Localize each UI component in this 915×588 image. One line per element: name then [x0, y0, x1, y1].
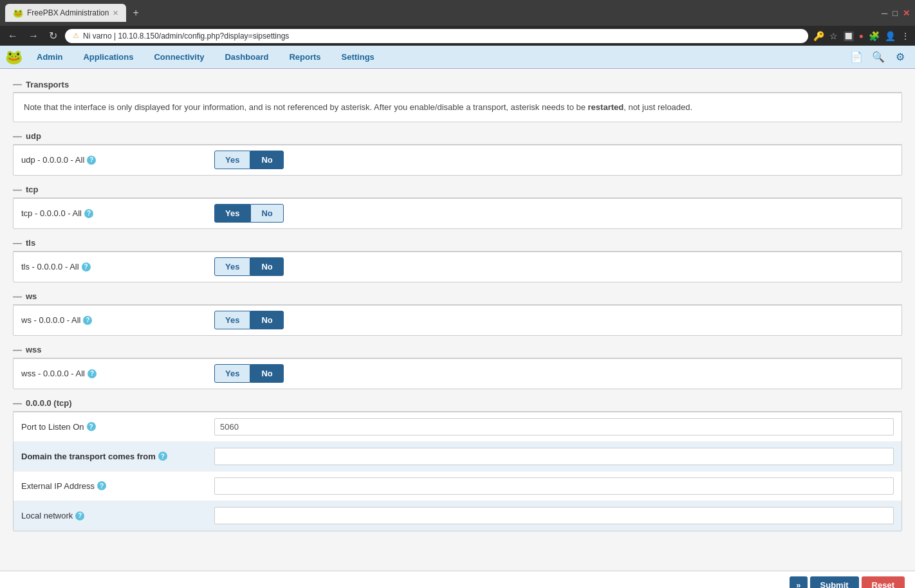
extension-icon-3[interactable]: 🧩	[869, 31, 880, 41]
maximize-icon[interactable]: □	[892, 8, 898, 18]
app-logo: 🐸	[5, 49, 23, 66]
tab-close-button[interactable]: ✕	[113, 9, 118, 17]
tab-favicon: 🐸	[13, 8, 23, 18]
browser-chrome: 🐸 FreePBX Administration ✕ + ─ □ ✕	[0, 0, 915, 26]
ws-field-row: ws - 0.0.0.0 - All ? Yes No	[14, 306, 901, 335]
tls-label: tls	[26, 238, 35, 248]
menu-icon[interactable]: ⋮	[901, 31, 910, 41]
subsection-collapse-dash[interactable]: —	[13, 398, 22, 409]
nav-connectivity[interactable]: Connectivity	[143, 46, 214, 69]
main-content: — Transports Note that the interface is …	[0, 69, 915, 571]
active-tab[interactable]: 🐸 FreePBX Administration ✕	[5, 4, 126, 22]
nav-settings-icon[interactable]: ⚙	[891, 48, 910, 67]
wss-field-label: wss - 0.0.0.0 - All ?	[21, 369, 214, 378]
ws-collapse-dash[interactable]: —	[13, 291, 22, 302]
external-ip-field-row: External IP Address ?	[14, 472, 901, 501]
ws-yes-button[interactable]: Yes	[214, 311, 250, 329]
footer-bar: » Submit Reset	[0, 571, 915, 588]
udp-no-button[interactable]: No	[250, 151, 283, 169]
local-network-input[interactable]	[214, 507, 894, 524]
key-icon[interactable]: 🔑	[813, 31, 824, 41]
udp-help-icon[interactable]: ?	[87, 156, 96, 165]
local-network-field-row: Local network ?	[14, 501, 901, 531]
udp-section-header: — udp	[13, 127, 902, 145]
wss-no-button[interactable]: No	[250, 364, 283, 383]
new-tab-button[interactable]: +	[129, 6, 142, 20]
udp-yes-button[interactable]: Yes	[214, 151, 250, 169]
wss-yes-button[interactable]: Yes	[214, 364, 250, 383]
tls-yes-button[interactable]: Yes	[214, 257, 250, 276]
external-ip-input[interactable]	[214, 477, 894, 495]
port-help-icon[interactable]: ?	[87, 422, 96, 431]
nav-dashboard[interactable]: Dashboard	[214, 46, 279, 69]
wss-collapse-dash[interactable]: —	[13, 345, 22, 355]
submit-button[interactable]: Submit	[810, 576, 859, 588]
transports-header: — Transports	[13, 75, 902, 93]
reload-button[interactable]: ↻	[46, 28, 60, 43]
tcp-config-box: Port to Listen On ? Domain the transport…	[13, 412, 902, 531]
tls-field-row: tls - 0.0.0.0 - All ? Yes No	[14, 252, 901, 282]
url-bar[interactable]: ⚠ Ni varno | 10.10.8.150/admin/config.ph…	[65, 29, 808, 43]
wss-label: wss	[26, 345, 42, 354]
ws-box: ws - 0.0.0.0 - All ? Yes No	[13, 305, 902, 336]
reset-button[interactable]: Reset	[862, 576, 905, 588]
info-text-1: Note that the interface is only displaye…	[24, 102, 588, 112]
domain-input[interactable]	[214, 448, 894, 465]
url-text: Ni varno | 10.10.8.150/admin/config.php?…	[83, 32, 289, 41]
info-text-2: , not just reloaded.	[624, 102, 692, 112]
ws-no-button[interactable]: No	[250, 311, 283, 329]
extension-icon-2[interactable]: ●	[859, 32, 864, 41]
udp-field-label: udp - 0.0.0.0 - All ?	[21, 155, 214, 165]
wss-toggle-group: Yes No	[214, 364, 284, 383]
ws-help-icon[interactable]: ?	[83, 316, 92, 325]
subsection-header: — 0.0.0.0 (tcp)	[13, 394, 902, 412]
port-label: Port to Listen On ?	[21, 422, 214, 432]
nav-search-icon[interactable]: 🔍	[869, 48, 888, 67]
port-field-row: Port to Listen On ?	[14, 412, 901, 442]
tcp-section-header: — tcp	[13, 181, 902, 198]
profile-icon[interactable]: 👤	[885, 31, 896, 41]
tab-bar: 🐸 FreePBX Administration ✕ +	[5, 4, 143, 22]
wss-field-row: wss - 0.0.0.0 - All ? Yes No	[14, 359, 901, 389]
info-bold: restarted	[588, 102, 624, 112]
tls-collapse-dash[interactable]: —	[13, 238, 22, 248]
external-ip-help-icon[interactable]: ?	[97, 481, 106, 490]
tcp-help-icon[interactable]: ?	[84, 209, 93, 218]
close-icon[interactable]: ✕	[903, 8, 910, 18]
udp-field-row: udp - 0.0.0.0 - All ? Yes No	[14, 145, 901, 175]
tcp-yes-button[interactable]: Yes	[214, 204, 250, 223]
tls-field-label: tls - 0.0.0.0 - All ?	[21, 262, 214, 271]
tcp-collapse-dash[interactable]: —	[13, 185, 22, 195]
tls-toggle-group: Yes No	[214, 257, 284, 276]
nav-page-icon[interactable]: 📄	[847, 48, 866, 67]
udp-collapse-dash[interactable]: —	[13, 131, 22, 142]
ws-section-header: — ws	[13, 288, 902, 305]
nav-reports[interactable]: Reports	[279, 46, 331, 69]
star-icon[interactable]: ☆	[829, 31, 838, 41]
tls-section-header: — tls	[13, 234, 902, 252]
nav-applications[interactable]: Applications	[73, 46, 143, 69]
local-network-help-icon[interactable]: ?	[75, 511, 84, 520]
udp-box: udp - 0.0.0.0 - All ? Yes No	[13, 145, 902, 176]
nav-admin[interactable]: Admin	[26, 46, 73, 69]
tab-title: FreePBX Administration	[27, 8, 109, 17]
forward-button[interactable]: →	[26, 29, 41, 43]
domain-help-icon[interactable]: ?	[158, 452, 167, 461]
tls-help-icon[interactable]: ?	[82, 262, 91, 271]
wss-help-icon[interactable]: ?	[88, 369, 97, 378]
tcp-box: tcp - 0.0.0.0 - All ? Yes No	[13, 198, 902, 229]
tcp-no-button[interactable]: No	[250, 204, 283, 223]
back-button[interactable]: ←	[5, 29, 21, 43]
collapse-dash[interactable]: —	[13, 79, 22, 89]
extension-icon-1[interactable]: 🔲	[843, 31, 854, 41]
port-input[interactable]	[214, 418, 894, 436]
security-warning-icon: ⚠	[73, 32, 79, 40]
collapse-button[interactable]: »	[790, 576, 807, 588]
tcp-label: tcp	[26, 185, 39, 194]
tcp-toggle-group: Yes No	[214, 204, 284, 223]
ws-toggle-group: Yes No	[214, 311, 284, 329]
minimize-icon[interactable]: ─	[882, 8, 887, 18]
tls-no-button[interactable]: No	[250, 257, 283, 276]
nav-settings[interactable]: Settings	[331, 46, 385, 69]
ws-label: ws	[26, 291, 37, 301]
